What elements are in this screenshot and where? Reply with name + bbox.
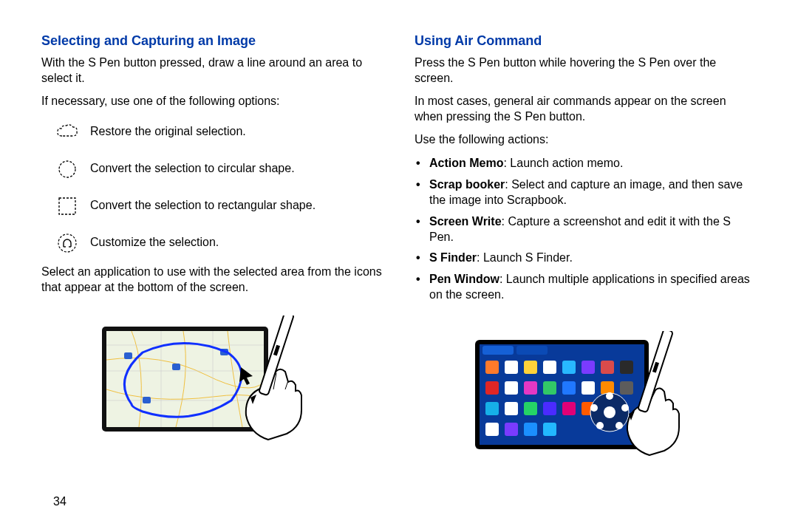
- page-number: 34: [53, 494, 66, 510]
- svg-point-48: [606, 392, 613, 400]
- restore-icon: [55, 121, 80, 143]
- svg-rect-45: [543, 423, 556, 436]
- svg-rect-40: [562, 402, 576, 415]
- left-paragraph-3: Select an application to use with the se…: [41, 265, 383, 296]
- item-action-memo: Action Memo: Launch action memo.: [416, 156, 757, 171]
- circle-icon: [55, 158, 80, 180]
- option-magnet: Customize the selection.: [55, 232, 383, 254]
- item-s-finder: S Finder: Launch S Finder.: [416, 250, 757, 266]
- svg-rect-32: [562, 381, 576, 395]
- svg-rect-25: [582, 361, 595, 374]
- svg-point-47: [604, 406, 615, 418]
- svg-rect-29: [505, 381, 518, 395]
- right-heading: Using Air Command: [415, 33, 757, 50]
- rect-icon: [55, 195, 80, 217]
- left-column: Selecting and Capturing an Image With th…: [41, 33, 383, 514]
- svg-rect-38: [524, 402, 537, 415]
- right-p3: Use the following actions:: [415, 132, 757, 148]
- svg-rect-36: [485, 402, 499, 415]
- svg-point-52: [590, 404, 598, 412]
- svg-point-0: [59, 161, 75, 177]
- svg-rect-23: [543, 361, 556, 374]
- svg-point-2: [58, 234, 76, 252]
- option-rect: Convert the selection to rectangular sha…: [55, 195, 383, 217]
- option-restore-label: Restore the original selection.: [90, 124, 383, 140]
- option-restore: Restore the original selection.: [55, 121, 383, 143]
- right-column: Using Air Command Press the S Pen button…: [415, 33, 757, 514]
- svg-rect-28: [485, 381, 499, 395]
- svg-rect-17: [480, 344, 644, 445]
- svg-rect-35: [620, 381, 633, 395]
- svg-rect-11: [143, 397, 151, 403]
- magnet-icon: [55, 232, 80, 254]
- left-figure: [102, 316, 324, 446]
- svg-rect-34: [601, 381, 614, 395]
- right-p1: Press the S Pen button while hovering th…: [415, 55, 757, 86]
- svg-rect-42: [485, 423, 499, 436]
- svg-rect-26: [601, 361, 614, 374]
- air-command-list: Action Memo: Launch action memo. Scrap b…: [416, 156, 757, 308]
- option-circle-label: Convert the selection to circular shape.: [90, 161, 383, 177]
- right-figure: [475, 331, 697, 461]
- svg-rect-8: [124, 352, 132, 359]
- left-intro-2: If necessary, use one of the following o…: [41, 94, 383, 109]
- left-intro-1: With the S Pen button pressed, draw a li…: [41, 55, 383, 86]
- svg-rect-1: [59, 198, 75, 214]
- svg-rect-22: [524, 361, 537, 374]
- option-circle: Convert the selection to circular shape.: [55, 158, 383, 180]
- svg-rect-20: [485, 361, 499, 374]
- svg-point-50: [615, 422, 623, 429]
- svg-rect-19: [516, 346, 548, 355]
- svg-point-49: [621, 404, 629, 412]
- svg-rect-31: [543, 381, 556, 395]
- svg-rect-24: [562, 361, 576, 374]
- left-heading: Selecting and Capturing an Image: [41, 33, 383, 50]
- option-rect-label: Convert the selection to rectangular sha…: [90, 198, 383, 214]
- svg-point-51: [596, 422, 604, 429]
- svg-rect-21: [505, 361, 518, 374]
- option-magnet-label: Customize the selection.: [90, 235, 383, 250]
- svg-rect-33: [582, 381, 595, 395]
- svg-rect-27: [620, 361, 633, 374]
- svg-rect-44: [524, 423, 537, 436]
- svg-rect-43: [505, 423, 518, 436]
- svg-rect-37: [505, 402, 518, 415]
- svg-rect-30: [524, 381, 537, 395]
- svg-rect-18: [482, 346, 514, 355]
- svg-rect-39: [543, 402, 556, 415]
- item-scrap-booker: Scrap booker: Select and capture an imag…: [416, 177, 757, 208]
- right-p2: In most cases, general air commands appe…: [415, 94, 757, 125]
- svg-rect-9: [172, 364, 180, 370]
- item-screen-write: Screen Write: Capture a screenshot and e…: [416, 214, 757, 245]
- item-pen-window: Pen Window: Launch multiple applications…: [416, 272, 757, 303]
